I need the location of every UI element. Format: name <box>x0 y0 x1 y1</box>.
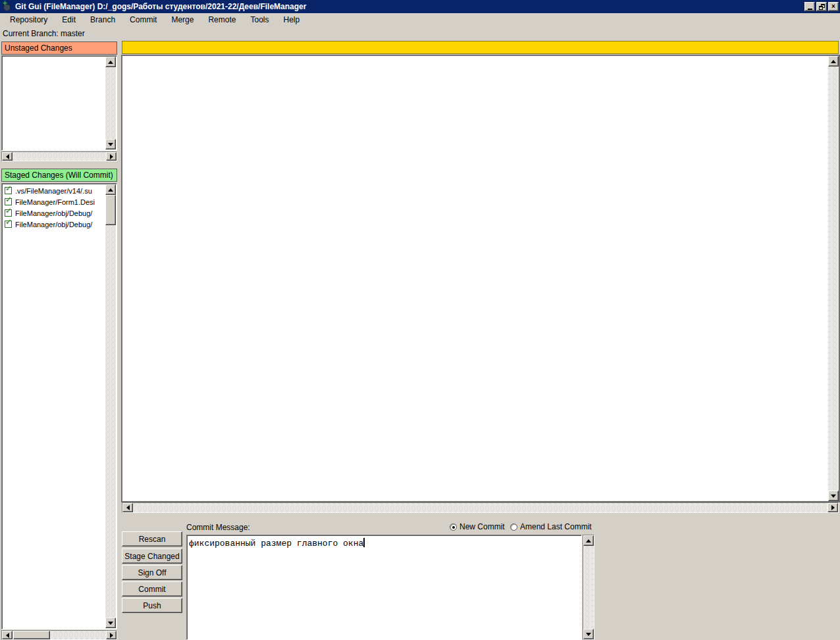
diff-header-bar <box>122 41 839 54</box>
minimize-icon <box>808 9 812 10</box>
window-title: Git Gui (FileManager) D:/_gogs/Работы ст… <box>15 2 306 11</box>
radio-unselected-icon[interactable] <box>510 523 517 531</box>
unstaged-vscroll-down-icon[interactable] <box>105 139 116 149</box>
push-button[interactable]: Push <box>122 598 182 613</box>
menu-branch[interactable]: Branch <box>83 14 122 26</box>
menu-commit[interactable]: Commit <box>122 14 164 26</box>
commit-button[interactable]: Commit <box>122 581 182 597</box>
staged-check-icon[interactable]: ✓ <box>5 187 12 194</box>
commit-vscroll-down-icon[interactable] <box>583 629 594 639</box>
diff-view[interactable] <box>121 55 840 502</box>
commit-message-label: Commit Message: <box>186 523 250 532</box>
restore-icon <box>819 4 825 10</box>
unstaged-changes-header: Unstaged Changes <box>1 41 117 55</box>
staged-file-row[interactable]: ✓ FileManager/obj/Debug/ <box>3 207 105 219</box>
close-icon: × <box>831 3 835 10</box>
commit-message-input[interactable]: фиксированный размер главного окна <box>186 535 582 640</box>
menu-help[interactable]: Help <box>276 14 307 26</box>
stage-changed-button[interactable]: Stage Changed <box>122 548 182 564</box>
menu-repository[interactable]: Repository <box>3 14 55 26</box>
staged-hscroll-thumb[interactable] <box>13 631 50 639</box>
radio-selected-icon[interactable] <box>450 523 457 531</box>
staged-file-row[interactable]: ✓ FileManager/Form1.Desi <box>3 196 105 207</box>
sign-off-button[interactable]: Sign Off <box>122 565 182 580</box>
amend-last-commit-radio-label: Amend Last Commit <box>520 522 592 531</box>
staged-vscroll-trough[interactable] <box>105 184 116 628</box>
diff-vscroll-down-icon[interactable] <box>828 491 839 501</box>
git-gui-app-icon: + <box>3 2 12 11</box>
menu-bar: Repository Edit Branch Commit Merge Remo… <box>0 13 840 27</box>
staged-check-icon[interactable]: ✓ <box>5 221 12 228</box>
title-bar[interactable]: + Git Gui (FileManager) D:/_gogs/Работы … <box>0 0 840 13</box>
staged-hscroll-trough[interactable] <box>1 630 117 640</box>
restore-button[interactable] <box>816 2 827 11</box>
staged-file-name: FileManager/obj/Debug/ <box>15 209 92 217</box>
staged-vscroll-thumb[interactable] <box>105 195 116 225</box>
staged-file-row[interactable]: ✓ FileManager/obj/Debug/ <box>3 219 105 230</box>
current-branch-label: Current Branch: master <box>3 29 85 38</box>
unstaged-vscroll-trough[interactable] <box>105 57 116 149</box>
staged-hscroll-left-icon[interactable] <box>2 631 13 639</box>
unstaged-file-list[interactable] <box>1 55 117 151</box>
unstaged-hscroll-right-icon[interactable] <box>106 152 117 161</box>
close-button[interactable]: × <box>828 2 839 11</box>
commit-message-text: фиксированный размер главного окна <box>189 539 363 548</box>
amend-last-commit-radio[interactable]: Amend Last Commit <box>510 522 592 531</box>
unstaged-hscroll-left-icon[interactable] <box>2 152 13 161</box>
staged-vscroll-up-icon[interactable] <box>105 184 116 195</box>
commit-vscroll-up-icon[interactable] <box>583 535 594 546</box>
diff-vscroll-trough[interactable] <box>828 56 839 501</box>
staged-check-icon[interactable]: ✓ <box>5 209 12 217</box>
menu-merge[interactable]: Merge <box>164 14 201 26</box>
commit-vscroll-trough[interactable] <box>583 535 594 640</box>
menu-remote[interactable]: Remote <box>201 14 243 26</box>
unstaged-hscroll-trough[interactable] <box>1 151 117 161</box>
staged-changes-header: Staged Changes (Will Commit) <box>1 169 117 182</box>
staged-file-name: FileManager/Form1.Desi <box>15 198 95 206</box>
staged-file-name: .vs/FileManager/v14/.su <box>15 187 92 195</box>
diff-vscroll-up-icon[interactable] <box>828 56 839 67</box>
staged-file-list[interactable]: ✓ .vs/FileManager/v14/.su ✓ FileManager/… <box>1 183 117 629</box>
staged-hscroll-right-icon[interactable] <box>106 631 117 639</box>
diff-hscroll-right-icon[interactable] <box>827 503 838 512</box>
minimize-button[interactable] <box>804 2 815 11</box>
unstaged-vscroll-up-icon[interactable] <box>105 57 116 67</box>
staged-file-name: FileManager/obj/Debug/ <box>15 221 92 228</box>
new-commit-radio-label: New Commit <box>459 522 505 531</box>
diff-hscroll-left-icon[interactable] <box>122 503 133 512</box>
staged-vscroll-down-icon[interactable] <box>105 618 116 628</box>
text-cursor <box>363 538 365 547</box>
new-commit-radio[interactable]: New Commit <box>450 522 505 531</box>
rescan-button[interactable]: Rescan <box>122 531 182 547</box>
menu-edit[interactable]: Edit <box>55 14 83 26</box>
staged-check-icon[interactable]: ✓ <box>5 198 12 205</box>
diff-hscroll-trough[interactable] <box>122 502 839 513</box>
menu-tools[interactable]: Tools <box>243 14 276 26</box>
staged-file-row[interactable]: ✓ .vs/FileManager/v14/.su <box>3 185 105 196</box>
